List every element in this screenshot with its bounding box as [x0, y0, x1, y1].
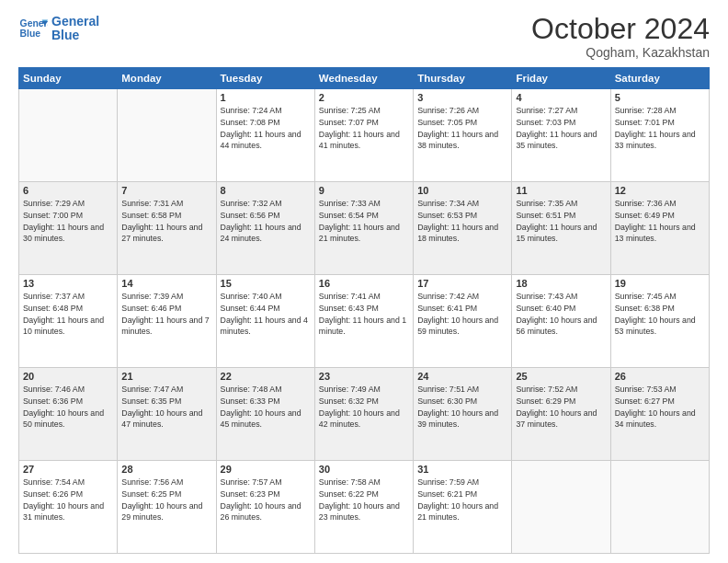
day-number: 12 [615, 185, 705, 196]
weekday-header-saturday: Saturday [610, 68, 709, 89]
day-info: Sunrise: 7:52 AMSunset: 6:29 PMDaylight:… [516, 384, 606, 431]
day-info: Sunrise: 7:53 AMSunset: 6:27 PMDaylight:… [615, 384, 705, 431]
page: General Blue General Blue October 2024 Q… [0, 0, 728, 563]
calendar-cell: 28Sunrise: 7:56 AMSunset: 6:25 PMDayligh… [118, 461, 216, 554]
day-number: 1 [221, 92, 311, 103]
day-number: 30 [319, 464, 409, 475]
day-number: 24 [417, 371, 507, 382]
day-number: 31 [417, 464, 507, 475]
calendar-cell: 18Sunrise: 7:43 AMSunset: 6:40 PMDayligh… [512, 275, 610, 368]
day-number: 22 [221, 371, 311, 382]
day-info: Sunrise: 7:32 AMSunset: 6:56 PMDaylight:… [221, 198, 311, 245]
day-info: Sunrise: 7:46 AMSunset: 6:36 PMDaylight:… [23, 384, 113, 431]
logo-line2: Blue [51, 29, 99, 42]
day-info: Sunrise: 7:25 AMSunset: 7:07 PMDaylight:… [319, 105, 409, 152]
calendar-cell [19, 89, 118, 182]
calendar-cell: 25Sunrise: 7:52 AMSunset: 6:29 PMDayligh… [512, 368, 610, 461]
calendar-cell: 19Sunrise: 7:45 AMSunset: 6:38 PMDayligh… [610, 275, 709, 368]
day-info: Sunrise: 7:41 AMSunset: 6:43 PMDaylight:… [319, 291, 409, 338]
logo-text: General Blue [51, 15, 99, 43]
calendar-cell: 1Sunrise: 7:24 AMSunset: 7:08 PMDaylight… [216, 89, 314, 182]
day-number: 8 [221, 185, 311, 196]
calendar-cell: 12Sunrise: 7:36 AMSunset: 6:49 PMDayligh… [610, 182, 709, 275]
calendar-cell: 6Sunrise: 7:29 AMSunset: 7:00 PMDaylight… [19, 182, 118, 275]
calendar-cell: 5Sunrise: 7:28 AMSunset: 7:01 PMDaylight… [610, 89, 709, 182]
day-info: Sunrise: 7:54 AMSunset: 6:26 PMDaylight:… [23, 477, 113, 523]
day-info: Sunrise: 7:42 AMSunset: 6:41 PMDaylight:… [417, 291, 507, 338]
day-number: 17 [417, 278, 507, 289]
day-number: 27 [23, 464, 113, 475]
day-info: Sunrise: 7:58 AMSunset: 6:22 PMDaylight:… [319, 477, 409, 523]
day-number: 6 [23, 185, 113, 196]
calendar-cell: 3Sunrise: 7:26 AMSunset: 7:05 PMDaylight… [414, 89, 512, 182]
day-info: Sunrise: 7:56 AMSunset: 6:25 PMDaylight:… [121, 477, 211, 523]
title-area: October 2024 Qogham, Kazakhstan [531, 14, 710, 60]
day-info: Sunrise: 7:35 AMSunset: 6:51 PMDaylight:… [516, 198, 606, 245]
calendar-cell: 14Sunrise: 7:39 AMSunset: 6:46 PMDayligh… [118, 275, 216, 368]
day-info: Sunrise: 7:48 AMSunset: 6:33 PMDaylight:… [221, 384, 311, 431]
calendar-cell: 23Sunrise: 7:49 AMSunset: 6:32 PMDayligh… [314, 368, 413, 461]
day-info: Sunrise: 7:28 AMSunset: 7:01 PMDaylight:… [615, 105, 705, 152]
day-number: 14 [121, 278, 211, 289]
calendar-cell [118, 89, 216, 182]
day-info: Sunrise: 7:36 AMSunset: 6:49 PMDaylight:… [615, 198, 705, 245]
calendar-table: SundayMondayTuesdayWednesdayThursdayFrid… [18, 67, 710, 554]
day-number: 29 [221, 464, 311, 475]
day-info: Sunrise: 7:31 AMSunset: 6:58 PMDaylight:… [121, 198, 211, 245]
day-info: Sunrise: 7:45 AMSunset: 6:38 PMDaylight:… [615, 291, 705, 338]
day-number: 3 [417, 92, 507, 103]
day-info: Sunrise: 7:24 AMSunset: 7:08 PMDaylight:… [221, 105, 311, 152]
day-number: 25 [516, 371, 606, 382]
weekday-header-friday: Friday [512, 68, 610, 89]
logo: General Blue General Blue [18, 14, 99, 43]
day-info: Sunrise: 7:47 AMSunset: 6:35 PMDaylight:… [121, 384, 211, 431]
calendar-week-row: 27Sunrise: 7:54 AMSunset: 6:26 PMDayligh… [19, 461, 710, 554]
weekday-header-wednesday: Wednesday [314, 68, 413, 89]
day-info: Sunrise: 7:37 AMSunset: 6:48 PMDaylight:… [23, 291, 113, 338]
weekday-header-thursday: Thursday [414, 68, 512, 89]
calendar-week-row: 20Sunrise: 7:46 AMSunset: 6:36 PMDayligh… [19, 368, 710, 461]
day-number: 16 [319, 278, 409, 289]
day-info: Sunrise: 7:43 AMSunset: 6:40 PMDaylight:… [516, 291, 606, 338]
weekday-header-tuesday: Tuesday [216, 68, 314, 89]
calendar-cell: 13Sunrise: 7:37 AMSunset: 6:48 PMDayligh… [19, 275, 118, 368]
calendar-week-row: 6Sunrise: 7:29 AMSunset: 7:00 PMDaylight… [19, 182, 710, 275]
day-number: 7 [121, 185, 211, 196]
day-number: 28 [121, 464, 211, 475]
calendar-cell: 27Sunrise: 7:54 AMSunset: 6:26 PMDayligh… [19, 461, 118, 554]
day-info: Sunrise: 7:51 AMSunset: 6:30 PMDaylight:… [417, 384, 507, 431]
day-number: 18 [516, 278, 606, 289]
day-number: 21 [121, 371, 211, 382]
day-number: 5 [615, 92, 705, 103]
calendar-cell: 31Sunrise: 7:59 AMSunset: 6:21 PMDayligh… [414, 461, 512, 554]
day-info: Sunrise: 7:40 AMSunset: 6:44 PMDaylight:… [221, 291, 311, 338]
day-number: 15 [221, 278, 311, 289]
calendar-cell: 20Sunrise: 7:46 AMSunset: 6:36 PMDayligh… [19, 368, 118, 461]
day-info: Sunrise: 7:33 AMSunset: 6:54 PMDaylight:… [319, 198, 409, 245]
calendar-cell: 10Sunrise: 7:34 AMSunset: 6:53 PMDayligh… [414, 182, 512, 275]
calendar-cell: 26Sunrise: 7:53 AMSunset: 6:27 PMDayligh… [610, 368, 709, 461]
day-info: Sunrise: 7:26 AMSunset: 7:05 PMDaylight:… [417, 105, 507, 152]
day-number: 2 [319, 92, 409, 103]
day-number: 23 [319, 371, 409, 382]
calendar-week-row: 1Sunrise: 7:24 AMSunset: 7:08 PMDaylight… [19, 89, 710, 182]
calendar-cell: 11Sunrise: 7:35 AMSunset: 6:51 PMDayligh… [512, 182, 610, 275]
calendar-cell: 17Sunrise: 7:42 AMSunset: 6:41 PMDayligh… [414, 275, 512, 368]
weekday-header-monday: Monday [118, 68, 216, 89]
calendar-cell [610, 461, 709, 554]
calendar-cell: 16Sunrise: 7:41 AMSunset: 6:43 PMDayligh… [314, 275, 413, 368]
calendar-cell: 9Sunrise: 7:33 AMSunset: 6:54 PMDaylight… [314, 182, 413, 275]
day-info: Sunrise: 7:59 AMSunset: 6:21 PMDaylight:… [417, 477, 507, 523]
logo-line1: General [51, 15, 99, 29]
day-number: 9 [319, 185, 409, 196]
day-number: 13 [23, 278, 113, 289]
calendar-cell: 8Sunrise: 7:32 AMSunset: 6:56 PMDaylight… [216, 182, 314, 275]
calendar-cell: 24Sunrise: 7:51 AMSunset: 6:30 PMDayligh… [414, 368, 512, 461]
calendar-cell [512, 461, 610, 554]
day-number: 10 [417, 185, 507, 196]
calendar-cell: 29Sunrise: 7:57 AMSunset: 6:23 PMDayligh… [216, 461, 314, 554]
logo-icon: General Blue [18, 14, 48, 43]
calendar-cell: 30Sunrise: 7:58 AMSunset: 6:22 PMDayligh… [314, 461, 413, 554]
day-number: 19 [615, 278, 705, 289]
weekday-header-row: SundayMondayTuesdayWednesdayThursdayFrid… [19, 68, 710, 89]
